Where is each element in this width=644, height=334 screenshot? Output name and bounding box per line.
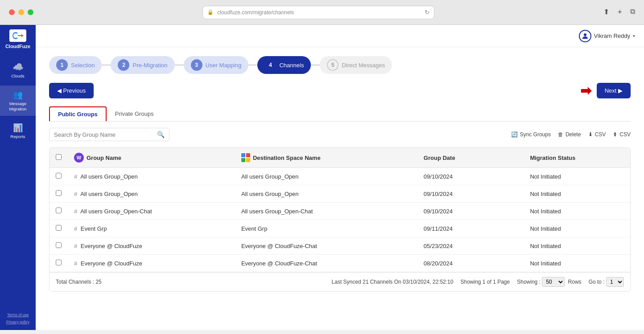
browser-toolbar: ⬆ + ⧉ bbox=[603, 8, 635, 17]
showing-label: Showing : 50 100 200 Rows bbox=[517, 277, 581, 287]
step-4-label: Channels bbox=[279, 62, 304, 69]
delete-button[interactable]: 🗑 Delete bbox=[558, 131, 581, 138]
step-5-bubble: 5 bbox=[327, 59, 339, 71]
group-name-value: Event Grp bbox=[81, 225, 107, 232]
logo-icon bbox=[9, 29, 26, 42]
row-status: Not Initiated bbox=[524, 237, 630, 255]
step-direct-messages[interactable]: 5 Direct Messages bbox=[320, 56, 392, 74]
terms-link[interactable]: Terms of use bbox=[6, 312, 29, 318]
select-all-checkbox[interactable] bbox=[56, 154, 62, 160]
address-bar[interactable]: 🔒 cloudfuze.com/migrate/channels ↻ bbox=[202, 6, 434, 19]
tab-public-groups[interactable]: Public Groups bbox=[49, 106, 107, 121]
row-destination: Event Grp bbox=[235, 220, 417, 237]
group-name-value: Everyone @ CloudFuze bbox=[81, 243, 142, 249]
rows-per-page-select[interactable]: 50 100 200 bbox=[542, 277, 565, 287]
row-status: Not Initiated bbox=[524, 220, 630, 237]
csv-download-button[interactable]: ⬇ CSV bbox=[588, 131, 606, 138]
header-group-name: W Group Name bbox=[68, 148, 235, 168]
row-checkbox-5[interactable] bbox=[56, 260, 62, 265]
sidebar-logo-text: CloudFuze bbox=[5, 44, 30, 49]
source-workspace-icon: W bbox=[74, 153, 84, 163]
step-selection[interactable]: 1 Selection bbox=[49, 56, 102, 74]
row-destination: All users Group_Open bbox=[235, 168, 417, 185]
upload-icon: ⬆ bbox=[613, 131, 617, 138]
close-traffic-light[interactable] bbox=[9, 9, 15, 15]
search-box[interactable]: 🔍 bbox=[49, 128, 169, 141]
step-channels[interactable]: 4 Channels bbox=[257, 56, 311, 74]
row-checkbox-cell bbox=[50, 255, 68, 272]
row-group-name: # All users Group_Open-Chat bbox=[68, 203, 235, 220]
step-pre-migration[interactable]: 2 Pre-Migration bbox=[111, 56, 174, 74]
header-group-date: Group Date bbox=[417, 148, 524, 168]
delete-icon: 🗑 bbox=[558, 131, 563, 138]
row-checkbox-3[interactable] bbox=[56, 225, 62, 231]
row-destination: Everyone @ CloudFuze-Chat bbox=[235, 255, 417, 272]
table-footer: Total Channels : 25 Last Synced 21 Chann… bbox=[50, 272, 630, 291]
reload-icon[interactable]: ↻ bbox=[425, 9, 429, 16]
row-checkbox-2[interactable] bbox=[56, 208, 62, 213]
sidebar-item-message-migration[interactable]: 👥 MessageMigration bbox=[0, 86, 36, 116]
search-input[interactable] bbox=[54, 131, 154, 138]
row-date: 09/11/2024 bbox=[417, 220, 524, 237]
privacy-link[interactable]: Privacy policy bbox=[6, 319, 29, 326]
row-destination: All users Group_Open bbox=[235, 185, 417, 203]
destination-header-text: Destination Space Name bbox=[253, 155, 321, 161]
table-row: # All users Group_Open-Chat All users Gr… bbox=[50, 203, 630, 220]
step-user-mapping[interactable]: 3 User Mapping bbox=[184, 56, 249, 74]
total-channels-text: Total Channels : 25 bbox=[56, 279, 102, 285]
row-checkbox-4[interactable] bbox=[56, 242, 62, 248]
header-checkbox-col bbox=[50, 148, 68, 168]
chevron-down-icon: ▾ bbox=[633, 33, 635, 38]
data-table-container: W Group Name Destina bbox=[49, 147, 631, 292]
step-1-label: Selection bbox=[71, 62, 95, 69]
step-connector-3 bbox=[248, 65, 257, 65]
user-info[interactable]: Vikram Reddy ▾ bbox=[579, 30, 635, 42]
tab-private-groups[interactable]: Private Groups bbox=[107, 106, 162, 121]
sidebar-logo: CloudFuze bbox=[5, 29, 30, 49]
table-row: # Everyone @ CloudFuze Everyone @ CloudF… bbox=[50, 255, 630, 272]
rows-label-text: Rows bbox=[568, 279, 582, 285]
next-button[interactable]: Next ▶ bbox=[597, 83, 631, 98]
row-checkbox-0[interactable] bbox=[56, 173, 62, 179]
group-name-value: All users Group_Open bbox=[80, 191, 138, 197]
action-buttons: 🔄 Sync Groups 🗑 Delete ⬇ CSV ⬆ CSV bbox=[511, 131, 631, 138]
user-name-text: Vikram Reddy bbox=[594, 33, 630, 39]
goto-page-select[interactable]: 1 2 bbox=[606, 277, 624, 287]
tabs-icon[interactable]: ⧉ bbox=[630, 8, 635, 17]
row-checkbox-1[interactable] bbox=[56, 190, 62, 196]
sidebar-item-clouds[interactable]: ☁️ Clouds bbox=[0, 57, 36, 83]
step-3-bubble: 3 bbox=[191, 59, 202, 71]
next-arrow-indicator: ➡ bbox=[580, 83, 591, 98]
top-bar: Vikram Reddy ▾ bbox=[36, 25, 644, 47]
row-group-name: # Everyone @ CloudFuze bbox=[68, 237, 235, 255]
sidebar-item-reports[interactable]: 📊 Reports bbox=[0, 118, 36, 143]
sidebar-footer: Terms of use Privacy policy bbox=[6, 307, 29, 330]
maximize-traffic-light[interactable] bbox=[28, 9, 33, 15]
sync-groups-button[interactable]: 🔄 Sync Groups bbox=[511, 131, 551, 138]
goto-label: Go to : 1 2 bbox=[589, 277, 624, 287]
csv-upload-label: CSV bbox=[619, 131, 631, 138]
csv-upload-button[interactable]: ⬆ CSV bbox=[613, 131, 631, 138]
row-date: 08/20/2024 bbox=[417, 255, 524, 272]
table-row: # All users Group_Open All users Group_O… bbox=[50, 185, 630, 203]
lock-icon: 🔒 bbox=[207, 9, 214, 15]
group-name-value: Everyone @ CloudFuze bbox=[81, 260, 142, 267]
row-checkbox-cell bbox=[50, 203, 68, 220]
hash-symbol: # bbox=[74, 191, 77, 197]
sync-icon: 🔄 bbox=[511, 131, 518, 138]
minimize-traffic-light[interactable] bbox=[18, 9, 24, 15]
step-2-label: Pre-Migration bbox=[132, 62, 167, 69]
share-icon[interactable]: ⬆ bbox=[603, 8, 609, 17]
step-2-bubble: 2 bbox=[118, 59, 129, 71]
nav-buttons: ◀ Previous ➡ Next ▶ bbox=[49, 83, 631, 98]
step-connector-1 bbox=[102, 65, 111, 65]
next-area: ➡ Next ▶ bbox=[580, 83, 631, 98]
row-checkbox-cell bbox=[50, 220, 68, 237]
row-group-name: # All users Group_Open bbox=[68, 185, 235, 203]
row-group-name: # Event Grp bbox=[68, 220, 235, 237]
sidebar-migration-label: MessageMigration bbox=[9, 101, 26, 111]
user-avatar bbox=[579, 30, 591, 42]
new-tab-icon[interactable]: + bbox=[617, 8, 622, 17]
svg-point-0 bbox=[584, 33, 586, 36]
previous-button[interactable]: ◀ Previous bbox=[49, 83, 94, 98]
